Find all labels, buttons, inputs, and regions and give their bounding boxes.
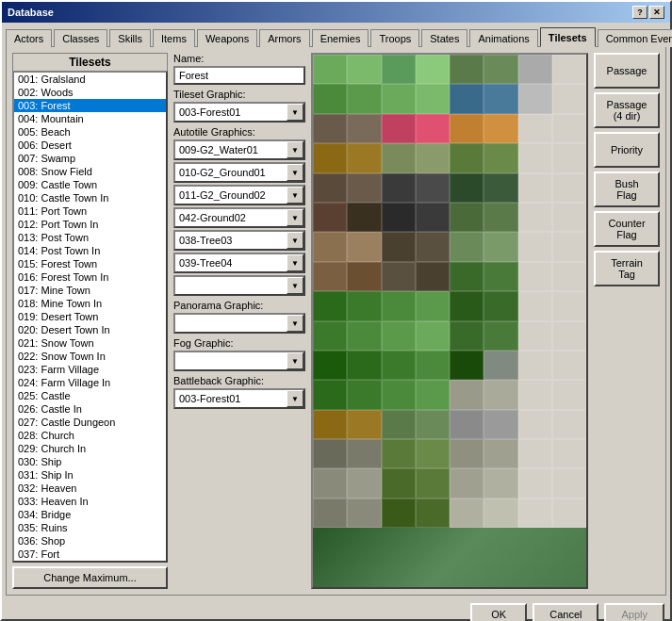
autotile-section: Autotile Graphics: 009-G2_Water01▼010-G2… bbox=[173, 126, 305, 296]
list-item[interactable]: 013: Post Town bbox=[14, 231, 166, 244]
autotile-dropdown-0[interactable]: 009-G2_Water01▼ bbox=[173, 139, 305, 160]
list-item[interactable]: 014: Post Town In bbox=[14, 244, 166, 257]
tab-items[interactable]: Items bbox=[153, 29, 195, 47]
list-item[interactable]: 007: Swamp bbox=[14, 152, 166, 165]
name-input[interactable] bbox=[173, 66, 305, 85]
tileset-graphic-value: 003-Forest01 bbox=[175, 105, 287, 120]
list-item[interactable]: 037: Fort bbox=[14, 547, 166, 561]
list-item[interactable]: 033: Heaven In bbox=[14, 495, 166, 508]
tab-animations[interactable]: Animations bbox=[469, 29, 537, 47]
side-buttons-panel: Passage Passage(4 dir) Priority BushFlag… bbox=[594, 53, 660, 589]
list-item[interactable]: 005: Beach bbox=[14, 125, 166, 139]
autotile-dropdown-5[interactable]: 039-Tree04▼ bbox=[173, 253, 305, 273]
tab-skills[interactable]: Skills bbox=[109, 29, 151, 47]
autotile-arrow-3[interactable]: ▼ bbox=[287, 209, 303, 226]
autotile-dropdown-4[interactable]: 038-Tree03▼ bbox=[173, 230, 305, 251]
tab-states[interactable]: States bbox=[421, 29, 467, 47]
autotile-value-5: 039-Tree04 bbox=[175, 255, 287, 270]
autotile-arrow-1[interactable]: ▼ bbox=[287, 164, 303, 181]
panorama-group: Panorama Graphic: ▼ bbox=[173, 300, 305, 334]
panorama-arrow[interactable]: ▼ bbox=[287, 315, 303, 332]
tab-weapons[interactable]: Weapons bbox=[197, 29, 257, 47]
tab-common-events[interactable]: Common Events bbox=[598, 29, 672, 47]
list-item[interactable]: 036: Shop bbox=[14, 534, 166, 547]
list-item[interactable]: 015: Forest Town bbox=[14, 257, 166, 270]
maximize-button[interactable]: ✕ bbox=[649, 6, 664, 19]
list-item[interactable]: 029: Church In bbox=[14, 442, 166, 455]
tab-tilesets[interactable]: Tilesets bbox=[540, 27, 596, 47]
autotile-arrow-0[interactable]: ▼ bbox=[287, 141, 303, 158]
autotile-value-1: 010-G2_Ground01 bbox=[175, 165, 287, 180]
minimize-button[interactable]: ? bbox=[632, 6, 647, 19]
autotile-arrow-6[interactable]: ▼ bbox=[287, 277, 303, 294]
autotile-dropdown-6[interactable]: ▼ bbox=[173, 275, 305, 296]
list-item[interactable]: 022: Snow Town In bbox=[14, 350, 166, 363]
list-item[interactable]: 004: Mountain bbox=[14, 112, 166, 125]
list-item[interactable]: 019: Desert Town bbox=[14, 310, 166, 323]
list-item[interactable]: 021: Snow Town bbox=[14, 336, 166, 350]
autotile-arrow-2[interactable]: ▼ bbox=[287, 187, 303, 204]
terrain-tag-button[interactable]: TerrainTag bbox=[594, 251, 660, 286]
tileset-graphic-dropdown[interactable]: 003-Forest01 ▼ bbox=[173, 102, 305, 123]
passage4dir-button[interactable]: Passage(4 dir) bbox=[594, 92, 660, 128]
apply-button[interactable]: Apply bbox=[604, 603, 664, 621]
tab-enemies[interactable]: Enemies bbox=[312, 29, 369, 47]
counter-flag-button[interactable]: CounterFlag bbox=[594, 211, 660, 247]
tab-troops[interactable]: Troops bbox=[370, 29, 419, 47]
list-item[interactable]: 031: Ship In bbox=[14, 468, 166, 482]
passage-button[interactable]: Passage bbox=[594, 53, 660, 89]
cancel-button[interactable]: Cancel bbox=[533, 603, 598, 621]
list-item[interactable]: 018: Mine Town In bbox=[14, 297, 166, 310]
tileset-display[interactable] bbox=[311, 53, 588, 589]
tab-actors[interactable]: Actors bbox=[6, 29, 52, 47]
list-item[interactable]: 009: Castle Town bbox=[14, 178, 166, 191]
autotile-arrow-4[interactable]: ▼ bbox=[287, 232, 303, 249]
list-item[interactable]: 024: Farm Village In bbox=[14, 376, 166, 389]
battleback-dropdown[interactable]: 003-Forest01 ▼ bbox=[173, 388, 305, 409]
list-item[interactable]: 001: Gralsland bbox=[14, 73, 166, 86]
list-item[interactable]: 030: Ship bbox=[14, 455, 166, 468]
list-item[interactable]: 035: Ruins bbox=[14, 521, 166, 534]
list-item[interactable]: 020: Desert Town In bbox=[14, 323, 166, 336]
list-item[interactable]: 025: Castle bbox=[14, 389, 166, 402]
tab-classes[interactable]: Classes bbox=[54, 29, 107, 47]
left-panel: Tilesets 001: Gralsland002: Woods003: Fo… bbox=[12, 53, 168, 589]
list-item[interactable]: 003: Forest bbox=[14, 99, 166, 112]
tileset-graphic-arrow[interactable]: ▼ bbox=[287, 104, 303, 121]
list-item[interactable]: 023: Farm Village bbox=[14, 363, 166, 376]
battleback-arrow[interactable]: ▼ bbox=[287, 390, 303, 407]
name-label: Name: bbox=[173, 53, 305, 64]
list-item[interactable]: 028: Church bbox=[14, 429, 166, 442]
bush-flag-button[interactable]: BushFlag bbox=[594, 172, 660, 207]
list-item[interactable]: 034: Bridge bbox=[14, 508, 166, 521]
list-item[interactable]: 032: Heaven bbox=[14, 482, 166, 495]
main-window: Database ? ✕ ActorsClassesSkillsItemsWea… bbox=[0, 0, 672, 621]
name-group: Name: bbox=[173, 53, 305, 85]
tilesets-list[interactable]: 001: Gralsland002: Woods003: Forest004: … bbox=[12, 71, 168, 563]
ok-button[interactable]: OK bbox=[470, 603, 527, 621]
autotile-arrow-5[interactable]: ▼ bbox=[287, 254, 303, 271]
list-item[interactable]: 027: Castle Dungeon bbox=[14, 416, 166, 429]
fog-arrow[interactable]: ▼ bbox=[287, 352, 303, 369]
list-item[interactable]: 016: Forest Town In bbox=[14, 270, 166, 284]
list-item[interactable]: 002: Woods bbox=[14, 86, 166, 99]
fog-dropdown[interactable]: ▼ bbox=[173, 351, 305, 371]
autotile-dropdowns: 009-G2_Water01▼010-G2_Ground01▼011-G2_Gr… bbox=[173, 139, 305, 296]
list-item[interactable]: 008: Snow Field bbox=[14, 165, 166, 178]
panorama-dropdown[interactable]: ▼ bbox=[173, 313, 305, 334]
autotile-dropdown-2[interactable]: 011-G2_Ground02▼ bbox=[173, 185, 305, 205]
list-item[interactable]: 026: Castle In bbox=[14, 402, 166, 416]
autotile-dropdown-3[interactable]: 042-Ground02▼ bbox=[173, 207, 305, 228]
battleback-label: Battleback Graphic: bbox=[173, 375, 305, 386]
change-maximum-button[interactable]: Change Maximum... bbox=[12, 566, 168, 589]
autotile-dropdown-1[interactable]: 010-G2_Ground01▼ bbox=[173, 162, 305, 183]
list-item[interactable]: 011: Port Town bbox=[14, 204, 166, 218]
list-item[interactable]: 006: Desert bbox=[14, 139, 166, 152]
list-item[interactable]: 012: Port Town In bbox=[14, 218, 166, 231]
priority-button[interactable]: Priority bbox=[594, 132, 660, 168]
panorama-label: Panorama Graphic: bbox=[173, 300, 305, 311]
list-item[interactable]: 010: Castle Town In bbox=[14, 191, 166, 204]
fog-label: Fog Graphic: bbox=[173, 337, 305, 349]
tab-armors[interactable]: Armors bbox=[259, 29, 309, 47]
list-item[interactable]: 017: Mine Town bbox=[14, 284, 166, 297]
